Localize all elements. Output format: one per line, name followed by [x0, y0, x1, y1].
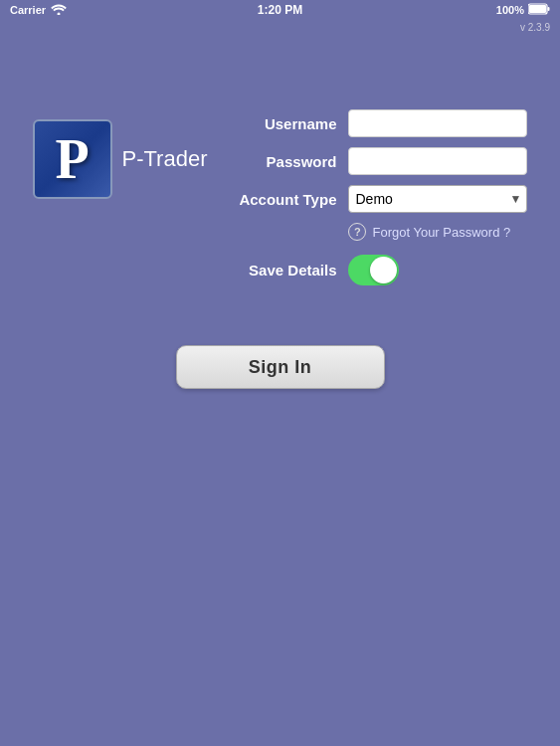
account-type-wrapper: Demo Live ▼: [348, 185, 527, 213]
signin-section: Sign In: [0, 345, 560, 389]
status-bar: Carrier 1:20 PM 100%: [0, 0, 560, 20]
login-form: Username Password Account Type Demo Live…: [227, 109, 527, 285]
username-input[interactable]: [348, 109, 527, 137]
svg-rect-1: [529, 5, 546, 13]
status-time: 1:20 PM: [258, 3, 302, 17]
logo-box: P: [33, 119, 112, 199]
app-name: P-Trader: [122, 146, 208, 172]
password-row: Password: [227, 147, 527, 175]
account-type-select[interactable]: Demo Live: [348, 185, 527, 213]
username-label: Username: [227, 115, 336, 132]
save-details-row: Save Details: [227, 255, 527, 285]
battery-percent: 100%: [496, 4, 524, 16]
carrier-label: Carrier: [10, 4, 46, 16]
signin-button[interactable]: Sign In: [176, 345, 385, 389]
toggle-slider[interactable]: [348, 255, 399, 285]
username-row: Username: [227, 109, 527, 137]
svg-rect-2: [548, 7, 550, 11]
save-details-toggle[interactable]: [348, 255, 399, 285]
logo-section: P P-Trader: [33, 119, 208, 199]
wifi-icon: [51, 3, 67, 17]
account-type-label: Account Type: [227, 191, 336, 208]
logo-letter: P: [55, 131, 89, 187]
account-type-row: Account Type Demo Live ▼: [227, 185, 527, 213]
save-details-label: Save Details: [227, 262, 336, 279]
password-label: Password: [227, 153, 336, 170]
version-label: v 2.3.9: [520, 22, 550, 33]
forgot-password-link[interactable]: Forgot Your Password ?: [372, 225, 510, 240]
battery-icon: [528, 3, 550, 17]
password-input[interactable]: [348, 147, 527, 175]
main-content: P P-Trader Username Password Account Typ…: [0, 20, 560, 285]
help-circle-icon[interactable]: ?: [348, 223, 366, 241]
forgot-password-row: ? Forgot Your Password ?: [227, 223, 527, 241]
status-right: 100%: [496, 3, 550, 17]
status-left: Carrier: [10, 3, 67, 17]
